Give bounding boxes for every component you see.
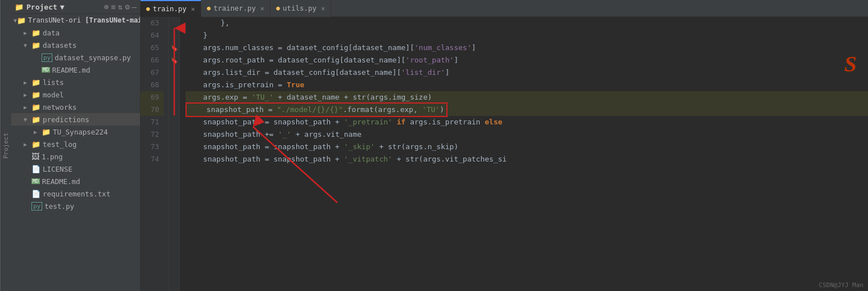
- folder-icon: 📁: [31, 115, 40, 124]
- tree-item-dataset-synapse[interactable]: py dataset_synapse.py: [11, 51, 140, 64]
- minimize-icon[interactable]: —: [132, 2, 137, 11]
- sidebar-title: 📁 Project ▼: [15, 3, 65, 11]
- tab-close-trainer[interactable]: ✕: [260, 5, 264, 12]
- code-text: snapshot_path = snapshot_path + '_pretra…: [186, 116, 503, 128]
- tree-item-license[interactable]: 📄 LICENSE: [11, 163, 140, 175]
- code-line-64: }: [186, 29, 868, 42]
- dropdown-icon[interactable]: ▼: [60, 3, 65, 11]
- tree-item-networks[interactable]: ▶ 📁 networks: [11, 101, 140, 113]
- code-text: },: [186, 17, 229, 29]
- tree-item-readme2[interactable]: MD README.md: [11, 175, 140, 187]
- line-num-68: 68: [141, 79, 164, 91]
- folder-icon: 📁: [31, 91, 40, 99]
- bookmark-66: 🔖: [171, 57, 178, 64]
- folder-icon: 📁: [31, 41, 40, 50]
- line-num-64: 64: [141, 29, 164, 42]
- folder-icon: 📁: [15, 3, 24, 11]
- tab-icon: ●: [146, 5, 150, 12]
- code-text: snapshot_path = "./model/{}/{}".format(a…: [186, 102, 447, 117]
- tree-item-datasets[interactable]: ▼ 📁 datasets: [11, 39, 140, 51]
- tab-icon2: ●: [207, 5, 211, 12]
- file-icon: 📄: [31, 165, 40, 173]
- md-icon: MD: [42, 67, 50, 73]
- tree-item-label: requirements.txt: [43, 190, 110, 198]
- tree-item-data[interactable]: ▶ 📁 data: [11, 26, 140, 39]
- tab-trainer-py[interactable]: ● trainer.py ✕: [201, 0, 270, 17]
- tree-item-root[interactable]: ▼ 📁 TransUNet-ori [TransUNet-main] G:\: [11, 14, 140, 26]
- tree-item-model[interactable]: ▶ 📁 model: [11, 88, 140, 101]
- settings-icon[interactable]: ⚙: [125, 2, 129, 11]
- line-num-65: 65: [141, 42, 164, 54]
- tree-item-test-log[interactable]: ▶ 📁 test_log: [11, 138, 140, 150]
- folder-icon: 📁: [31, 78, 40, 87]
- tab-close-train[interactable]: ✕: [191, 5, 195, 13]
- expand-arrow: ▶: [34, 129, 42, 135]
- sidebar-header: 📁 Project ▼ ⊕ ≡ ⇅ ⚙ —: [11, 0, 140, 14]
- tab-bar: ● train.py ✕ ● trainer.py ✕ ● utils.py ✕: [141, 0, 868, 17]
- gutter-70: [169, 104, 179, 116]
- csdn-watermark: CSDN@JYJ Man: [819, 281, 864, 289]
- tab-train-py[interactable]: ● train.py ✕: [141, 0, 201, 17]
- code-text: args.exp = 'TU_' + dataset_name + str(ar…: [186, 91, 432, 104]
- expand-arrow: ▼: [24, 117, 31, 123]
- gutter-64: [169, 29, 179, 42]
- gutter-63: [169, 17, 179, 29]
- tree-item-tu-synapse[interactable]: ▶ 📁 TU_Synapse224: [11, 126, 140, 138]
- tree-item-label: lists: [43, 78, 64, 87]
- line-num-70: 70: [141, 104, 164, 116]
- line-num-72: 72: [141, 128, 164, 141]
- tree-item-readme1[interactable]: MD README.md: [11, 64, 140, 76]
- code-text: snapshot_path += '_' + args.vit_name: [186, 128, 361, 141]
- code-text: args.list_dir = dataset_config[dataset_n…: [186, 66, 450, 79]
- gutter-73: [169, 141, 179, 153]
- gutter: 🔖 🔖: [169, 17, 180, 291]
- tab-icon3: ●: [276, 5, 280, 12]
- gutter-66: 🔖: [169, 54, 179, 66]
- code-line-67: args.list_dir = dataset_config[dataset_n…: [186, 66, 868, 79]
- py-icon: py: [42, 53, 52, 62]
- tree-item-label: 1.png: [42, 153, 63, 161]
- tree-item-label: README.md: [52, 66, 91, 74]
- tree-item-testpy[interactable]: py test.py: [11, 200, 140, 212]
- expand-arrow: ▶: [24, 79, 31, 86]
- gutter-67: [169, 66, 179, 79]
- sidebar-toolbar: ⊕ ≡ ⇅ ⚙ —: [104, 2, 137, 11]
- tab-label2: trainer.py: [214, 4, 256, 12]
- tree-item-label: networks: [43, 103, 76, 111]
- gutter-74: [169, 153, 179, 165]
- gutter-69: [169, 91, 179, 104]
- gutter-72: [169, 128, 179, 141]
- line-num-66: 66: [141, 54, 164, 66]
- tree-item-label: predictions: [43, 115, 89, 124]
- code-line-71: snapshot_path = snapshot_path + '_pretra…: [186, 116, 868, 128]
- sidebar: 📁 Project ▼ ⊕ ≡ ⇅ ⚙ — ▼ 📁 TransUNet-ori …: [11, 0, 141, 291]
- code-line-73: snapshot_path = snapshot_path + '_skip' …: [186, 141, 868, 153]
- tab-close-utils[interactable]: ✕: [321, 5, 325, 12]
- sort-icon[interactable]: ⇅: [118, 2, 123, 11]
- tab-utils-py[interactable]: ● utils.py ✕: [270, 0, 331, 17]
- folder-icon: 📁: [42, 128, 51, 136]
- tree-item-lists[interactable]: ▶ 📁 lists: [11, 76, 140, 88]
- folder-icon: 📁: [31, 140, 40, 149]
- md-icon2: MD: [31, 178, 40, 184]
- tree-item-requirements[interactable]: 📄 requirements.txt: [11, 187, 140, 200]
- tree-item-predictions[interactable]: ▼ 📁 predictions: [11, 113, 140, 126]
- code-line-70: snapshot_path = "./model/{}/{}".format(a…: [186, 104, 868, 116]
- code-line-68: args.is_pretrain = True: [186, 79, 868, 91]
- add-icon[interactable]: ⊕: [104, 2, 108, 11]
- code-text: snapshot_path = snapshot_path + '_vitpat…: [186, 153, 507, 165]
- tree-item-1png[interactable]: 🖼 1.png: [11, 150, 140, 163]
- code-line-65: args.num_classes = dataset_config[datase…: [186, 42, 868, 54]
- code-line-66: args.root_path = dataset_config[dataset_…: [186, 54, 868, 66]
- collapse-icon[interactable]: ≡: [111, 2, 115, 11]
- png-icon: 🖼: [31, 152, 39, 161]
- code-text: args.is_pretrain = True: [186, 79, 304, 91]
- code-line-72: snapshot_path += '_' + args.vit_name: [186, 128, 868, 141]
- code-lines: }, } args.num_classes = dataset_config[d…: [180, 17, 868, 291]
- code-text: }: [186, 29, 207, 42]
- expand-arrow: ▶: [24, 104, 31, 110]
- code-line-74: snapshot_path = snapshot_path + '_vitpat…: [186, 153, 868, 165]
- line-num-73: 73: [141, 141, 164, 153]
- watermark-logo: S: [844, 51, 857, 77]
- py-icon2: py: [31, 202, 42, 211]
